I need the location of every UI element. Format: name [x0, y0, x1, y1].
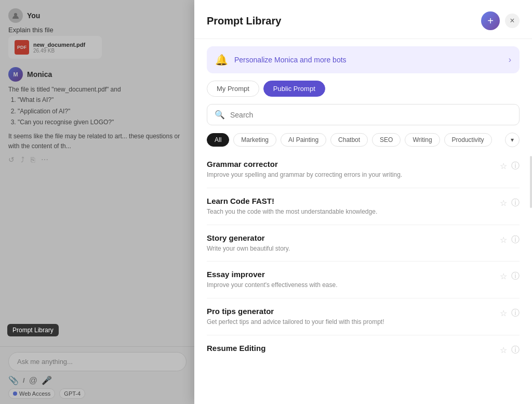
prompt-item-essay[interactable]: Essay improver Improve your content's ef…	[207, 262, 520, 298]
panel-title: Prompt Library	[207, 15, 281, 27]
prompt-item-learncode[interactable]: Learn Code FAST! Teach you the code with…	[207, 188, 520, 225]
search-icon: 🔍	[215, 110, 225, 120]
prompt-library-panel: Prompt Library + × 🔔 Personalize Monica …	[194, 0, 532, 404]
info-icon[interactable]: ⓘ	[511, 198, 520, 208]
prompt-library-tooltip: Prompt Library	[7, 324, 59, 336]
info-icon[interactable]: ⓘ	[511, 308, 520, 319]
personalize-banner[interactable]: 🔔 Personalize Monica and more bots ›	[207, 46, 520, 73]
add-prompt-button[interactable]: +	[481, 11, 500, 30]
filter-more-button[interactable]: ▾	[505, 133, 520, 147]
filter-chatbot[interactable]: Chatbot	[330, 133, 368, 147]
prompt-actions: ☆ ⓘ	[500, 308, 520, 319]
info-icon[interactable]: ⓘ	[511, 234, 520, 245]
tab-my-prompt[interactable]: My Prompt	[207, 81, 259, 97]
modal-overlay	[0, 0, 195, 404]
star-icon[interactable]: ☆	[500, 161, 507, 171]
prompt-name: Essay improver	[207, 270, 494, 279]
header-right: + ×	[481, 11, 520, 30]
prompt-actions: ☆ ⓘ	[500, 271, 520, 282]
prompt-desc: Teach you the code with the most underst…	[207, 207, 494, 216]
search-box: 🔍	[207, 104, 520, 125]
filter-productivity[interactable]: Productivity	[444, 133, 492, 147]
prompt-item-protips[interactable]: Pro tips generator Get perfect tips and …	[207, 298, 520, 335]
banner-arrow-icon: ›	[509, 55, 511, 64]
filter-row: All Marketing AI Painting Chatbot SEO Wr…	[194, 133, 532, 151]
prompt-name: Resume Editing	[207, 344, 494, 353]
prompt-content: Essay improver Improve your content's ef…	[207, 270, 494, 290]
star-icon[interactable]: ☆	[500, 198, 507, 208]
prompt-actions: ☆ ⓘ	[500, 198, 520, 208]
filter-seo[interactable]: SEO	[372, 133, 401, 147]
prompt-desc: Improve your content's effectiveness wit…	[207, 281, 494, 290]
prompt-list: Grammar corrector Improve your spelling …	[194, 151, 532, 404]
search-input[interactable]	[230, 111, 512, 119]
prompt-name: Grammar corrector	[207, 160, 494, 168]
bell-icon: 🔔	[215, 54, 228, 66]
star-icon[interactable]: ☆	[500, 345, 507, 355]
prompt-actions: ☆ ⓘ	[500, 161, 520, 172]
info-icon[interactable]: ⓘ	[511, 161, 520, 172]
prompt-desc: Write your own beautiful story.	[207, 244, 494, 253]
prompt-content: Pro tips generator Get perfect tips and …	[207, 307, 494, 327]
prompt-content: Story generator Write your own beautiful…	[207, 233, 494, 253]
star-icon[interactable]: ☆	[500, 308, 507, 318]
filter-marketing[interactable]: Marketing	[233, 133, 276, 147]
tab-public-prompt[interactable]: Public Prompt	[263, 81, 325, 97]
panel-header: Prompt Library + ×	[194, 0, 532, 39]
search-row: 🔍	[194, 104, 532, 133]
filter-writing[interactable]: Writing	[405, 133, 440, 147]
prompt-item-resume[interactable]: Resume Editing ☆ ⓘ	[207, 335, 520, 364]
prompt-content: Learn Code FAST! Teach you the code with…	[207, 197, 494, 216]
info-icon[interactable]: ⓘ	[511, 271, 520, 282]
prompt-desc: Improve your spelling and grammar by cor…	[207, 171, 494, 179]
prompt-desc: Get perfect tips and advice tailored to …	[207, 318, 494, 327]
scroll-indicator	[530, 156, 532, 208]
close-panel-button[interactable]: ×	[505, 14, 520, 28]
prompt-name: Learn Code FAST!	[207, 197, 494, 205]
prompt-item-story[interactable]: Story generator Write your own beautiful…	[207, 225, 520, 262]
prompt-name: Story generator	[207, 233, 494, 242]
banner-left: 🔔 Personalize Monica and more bots	[215, 54, 347, 66]
filter-ai-painting[interactable]: AI Painting	[281, 133, 326, 147]
info-icon[interactable]: ⓘ	[511, 345, 520, 356]
prompt-name: Pro tips generator	[207, 307, 494, 316]
prompt-item-grammar[interactable]: Grammar corrector Improve your spelling …	[207, 151, 520, 188]
prompt-content: Grammar corrector Improve your spelling …	[207, 160, 494, 179]
star-icon[interactable]: ☆	[500, 271, 507, 281]
prompt-actions: ☆ ⓘ	[500, 345, 520, 356]
filter-all[interactable]: All	[207, 133, 229, 147]
prompt-actions: ☆ ⓘ	[500, 234, 520, 245]
prompt-content: Resume Editing	[207, 344, 494, 355]
banner-text: Personalize Monica and more bots	[234, 56, 347, 64]
tabs-row: My Prompt Public Prompt	[194, 81, 532, 104]
star-icon[interactable]: ☆	[500, 235, 507, 245]
